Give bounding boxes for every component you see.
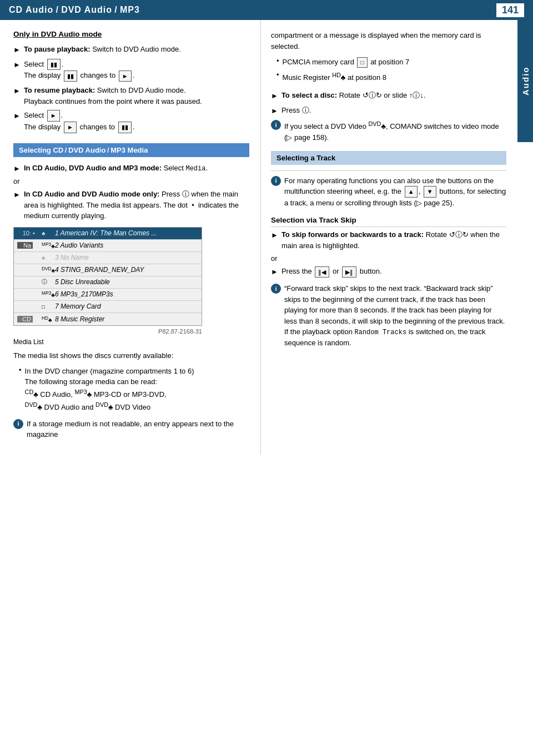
bullet-arrow-icon: ► <box>13 59 21 82</box>
compartment-text: compartment or a message is displayed wh… <box>271 30 506 52</box>
row-label: Na <box>17 242 33 249</box>
resume-playback-text: To resume playback: Switch to DVD Audio … <box>24 85 249 107</box>
row-text: 6 MP3s_2170MP3s <box>55 290 113 298</box>
storage-info-text: If a storage medium is not readable, an … <box>27 419 249 440</box>
press-skip-buttons-item: ► Press the ‖◀ or ▶‖ button. <box>271 266 506 278</box>
select-play-text: Select ►. The display ► changes to ▮▮. <box>24 110 249 133</box>
track-skip-section-title: Selection via Track Skip <box>271 216 506 227</box>
pcmcia-text: PCMCIA memory card □ at position 7 <box>283 57 506 68</box>
right-column: compartment or a message is displayed wh… <box>261 20 517 455</box>
bullet-arrow-icon: ► <box>13 85 21 107</box>
or-separator-1: or <box>13 177 249 185</box>
media-list-footer: Media List <box>13 338 249 346</box>
down-arrow-btn: ▼ <box>424 186 436 198</box>
bullet-arrow-icon: ► <box>13 44 21 56</box>
sub-bullet-dot: • <box>276 70 279 83</box>
row-type: HD♣ <box>42 315 55 323</box>
info-icon: i <box>271 120 281 130</box>
media-list-row: □ 7 Memory Card <box>14 301 202 313</box>
next-track-button[interactable]: ▶‖ <box>342 266 356 278</box>
dvd-changer-item: • In the DVD changer (magazine compartme… <box>19 366 249 413</box>
press-rotate-text: Press ⓘ. <box>281 105 506 117</box>
cd-dvd-mp3-mode-item: ► In CD Audio, DVD Audio and MP3 mode: S… <box>13 163 249 174</box>
media-list-image: 10: • ♣ 1 American IV: The Man Comes ...… <box>13 227 202 326</box>
display-play-icon: ► <box>119 70 132 82</box>
info-icon: i <box>13 419 23 429</box>
skip-track-item: ► To skip forwards or backwards to a tra… <box>271 229 506 251</box>
prev-track-button[interactable]: ‖◀ <box>315 266 329 278</box>
page-number: 141 <box>496 3 524 17</box>
display-pause2-icon: ▮▮ <box>118 122 132 133</box>
press-rotate-item: ► Press ⓘ. <box>271 105 506 117</box>
media-list-row: 10: • ♣ 1 American IV: The Man Comes ... <box>14 228 202 240</box>
dvd-audio-section-title: Only in DVD Audio mode <box>13 30 249 38</box>
row-label: 10: <box>17 230 33 236</box>
pause-playback-item: ► To pause playback: Switch to DVD Audio… <box>13 44 249 56</box>
media-list-row: DVD♣ 4 STING_BRAND_NEW_DAY <box>14 264 202 276</box>
select-play-item: ► Select ►. The display ► changes to ▮▮. <box>13 110 249 133</box>
selecting-track-section-box: Selecting a Track <box>271 151 506 165</box>
select-disc-text: To select a disc: Rotate ↺ⓘ↻ or slide ↑ⓘ… <box>281 90 506 102</box>
page-header: CD Audio / DVD Audio / MP3 141 <box>0 0 533 20</box>
image-caption: P82.87-2168-31 <box>13 328 202 335</box>
cd-dvd-only-text: In CD Audio and DVD Audio mode only: Pre… <box>24 189 249 221</box>
storage-not-readable-info: i If a storage medium is not readable, a… <box>13 419 249 440</box>
select-disc-item: ► To select a disc: Rotate ↺ⓘ↻ or slide … <box>271 90 506 102</box>
track-skip-info: i “Forward track skip” skips to the next… <box>271 283 506 349</box>
media-list-row: CD HD♣ 8 Music Register <box>14 313 202 325</box>
pcmcia-item: • PCMCIA memory card □ at position 7 <box>276 57 506 68</box>
up-arrow-btn: ▲ <box>405 186 418 198</box>
track-skip-info-text: “Forward track skip” skips to the next t… <box>284 283 506 349</box>
row-label: CD <box>17 316 33 322</box>
row-text: 5 Disc Unreadable <box>55 278 110 286</box>
bullet-arrow-icon: ► <box>271 266 278 278</box>
row-text: 3 No Name <box>55 254 89 261</box>
skip-track-text: To skip forwards or backwards to a track… <box>281 229 506 251</box>
row-text: 1 American IV: The Man Comes ... <box>55 229 157 237</box>
pause-button-icon: ▮▮ <box>47 59 61 70</box>
media-list-row: ♣ 3 No Name <box>14 252 202 264</box>
music-register-text: Music Register HD♣ at position 8 <box>283 70 506 83</box>
dvd-video-info-text: If you select a DVD Video DVD♣, COMAND s… <box>284 119 506 143</box>
display-play2-icon: ► <box>64 122 77 133</box>
bullet-arrow-icon: ► <box>13 110 21 133</box>
cd-dvd-mp3-section-box: Selecting CD / DVD Audio / MP3 Media <box>13 143 249 157</box>
row-type: DVD♣ <box>42 266 55 274</box>
multifunction-wheel-text: For many operating functions you can als… <box>284 175 506 209</box>
row-text: 4 STING_BRAND_NEW_DAY <box>55 266 144 274</box>
row-type: ♣ <box>42 230 55 236</box>
sub-bullet-dot: • <box>276 57 279 68</box>
row-type: MP3♣ <box>42 241 55 249</box>
row-type: MP3♣ <box>42 290 55 298</box>
dvd-video-info: i If you select a DVD Video DVD♣, COMAND… <box>271 119 506 143</box>
bullet-arrow-icon: ► <box>271 90 278 102</box>
press-skip-buttons-text: Press the ‖◀ or ▶‖ button. <box>281 266 506 278</box>
media-list-row: Na MP3♣ 2 Audio Variants <box>14 240 202 252</box>
multifunction-wheel-info: i For many operating functions you can a… <box>271 175 506 209</box>
row-type: ⓘ <box>42 278 55 286</box>
cd-dvd-only-item: ► In CD Audio and DVD Audio mode only: P… <box>13 189 249 221</box>
music-register-item: • Music Register HD♣ at position 8 <box>276 70 506 83</box>
media-list-description: The media list shows the discs currently… <box>13 350 249 361</box>
card-icon: □ <box>357 57 367 68</box>
audio-sidebar-tab: Audio <box>517 20 533 142</box>
info-icon: i <box>271 284 281 294</box>
bullet-arrow-icon: ► <box>271 105 278 117</box>
header-title: CD Audio / DVD Audio / MP3 <box>9 5 140 15</box>
or-separator-2: or <box>271 254 506 263</box>
bullet-arrow-icon: ► <box>271 230 278 251</box>
row-type: □ <box>42 304 55 310</box>
media-list-row: MP3♣ 6 MP3s_2170MP3s <box>14 289 202 301</box>
select-pause-item: ► Select ▮▮. The display ▮▮ changes to ►… <box>13 59 249 82</box>
row-type: ♣ <box>42 255 55 261</box>
cd-dvd-mp3-mode-text: In CD Audio, DVD Audio and MP3 mode: Sel… <box>24 163 249 174</box>
row-text: 8 Music Register <box>55 315 104 323</box>
dvd-changer-text: In the DVD changer (magazine compartment… <box>25 366 249 413</box>
pause-playback-text: To pause playback: Switch to DVD Audio m… <box>24 44 249 56</box>
divider <box>271 170 506 171</box>
bullet-arrow-icon: ► <box>13 189 21 221</box>
row-text: 2 Audio Variants <box>55 241 103 249</box>
media-list-row: ⓘ 5 Disc Unreadable <box>14 276 202 289</box>
row-text: 7 Memory Card <box>55 303 101 310</box>
play-button-icon: ► <box>47 110 60 122</box>
